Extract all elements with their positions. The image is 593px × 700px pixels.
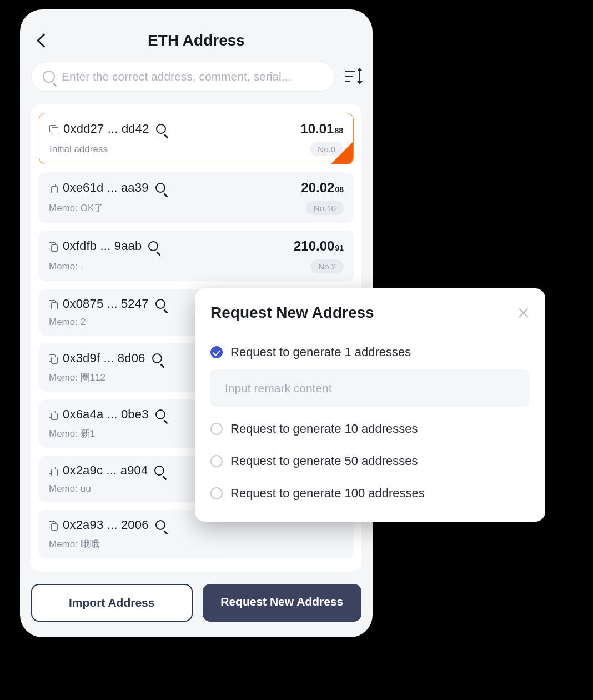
- copy-icon[interactable]: [49, 242, 57, 251]
- radio-label: Request to generate 1 addresses: [230, 345, 411, 359]
- address-text: 0x0875 ... 5247: [63, 297, 149, 311]
- memo-text: Memo: uu: [49, 483, 91, 494]
- serial-badge: No.0: [310, 142, 343, 156]
- page-title: ETH Address: [31, 32, 361, 49]
- address-text: 0x2a9c ... a904: [63, 463, 148, 478]
- radio-icon[interactable]: [210, 455, 223, 467]
- serial-badge: No.10: [306, 201, 344, 215]
- magnify-icon[interactable]: [155, 183, 165, 193]
- magnify-icon[interactable]: [152, 353, 162, 363]
- address-card[interactable]: 0xfdfb ... 9aab210.0091Memo: -No.2: [39, 231, 354, 281]
- bottom-bar: Import Address Request New Address: [31, 584, 361, 622]
- search-icon: [43, 71, 55, 83]
- memo-text: Memo: 哦哦: [49, 538, 99, 551]
- search-row: [31, 62, 361, 92]
- copy-icon[interactable]: [49, 300, 57, 308]
- memo-text: Memo: 2: [49, 317, 86, 328]
- sort-button[interactable]: [345, 68, 361, 85]
- radio-option[interactable]: Request to generate 50 addresses: [210, 445, 530, 477]
- radio-option[interactable]: Request to generate 100 addresses: [210, 477, 530, 509]
- copy-icon[interactable]: [49, 125, 58, 133]
- address-text: 0x2a93 ... 2006: [63, 518, 149, 532]
- radio-icon[interactable]: [210, 423, 223, 435]
- address-subrow: Memo: OK了No.10: [49, 201, 344, 215]
- memo-text: Initial address: [49, 144, 108, 155]
- address-text: 0xe61d ... aa39: [63, 181, 149, 195]
- radio-option[interactable]: Request to generate 1 addresses: [210, 336, 530, 368]
- magnify-icon[interactable]: [156, 124, 166, 134]
- serial-badge: No.2: [310, 259, 344, 273]
- address-row: 0xfdfb ... 9aab210.0091: [49, 238, 344, 254]
- radio-option[interactable]: Request to generate 10 addresses: [210, 413, 530, 445]
- address-subrow: Memo: -No.2: [49, 259, 344, 273]
- address-text: 0xdd27 ... dd42: [63, 122, 149, 136]
- memo-text: Memo: OK了: [49, 202, 103, 214]
- radio-icon[interactable]: [210, 487, 223, 499]
- copy-icon[interactable]: [49, 521, 57, 529]
- modal-header: Request New Address: [210, 304, 530, 322]
- request-address-modal: Request New Address Request to generate …: [195, 288, 545, 522]
- memo-text: Memo: 新1: [49, 427, 95, 440]
- import-address-button[interactable]: Import Address: [31, 584, 193, 622]
- address-card[interactable]: 0xdd27 ... dd4210.0188Initial addressNo.…: [39, 113, 354, 164]
- search-input[interactable]: [62, 70, 323, 83]
- radio-label: Request to generate 100 addresses: [230, 486, 425, 501]
- address-text: 0x3d9f ... 8d06: [63, 351, 145, 366]
- request-new-address-button[interactable]: Request New Address: [203, 584, 362, 622]
- address-row: 0xdd27 ... dd4210.0188: [49, 121, 343, 137]
- remark-input[interactable]: [210, 369, 530, 407]
- magnify-icon[interactable]: [155, 520, 165, 530]
- modal-title: Request New Address: [210, 304, 374, 322]
- copy-icon[interactable]: [49, 411, 57, 419]
- magnify-icon[interactable]: [154, 466, 164, 476]
- address-row: 0xe61d ... aa3920.0208: [49, 180, 344, 196]
- app-header: ETH Address: [31, 21, 361, 62]
- remark-input-wrap: [210, 369, 530, 407]
- close-icon[interactable]: [517, 307, 530, 319]
- copy-icon[interactable]: [49, 467, 57, 475]
- memo-text: Memo: -: [49, 261, 83, 272]
- magnify-icon[interactable]: [155, 409, 165, 419]
- radio-checked-icon[interactable]: [210, 346, 223, 358]
- radio-label: Request to generate 10 addresses: [230, 422, 418, 436]
- copy-icon[interactable]: [49, 354, 57, 363]
- memo-text: Memo: 圈112: [49, 371, 105, 384]
- address-subrow: Memo: 哦哦: [49, 538, 344, 551]
- copy-icon[interactable]: [49, 184, 57, 192]
- address-subrow: Initial addressNo.0: [49, 142, 343, 156]
- address-text: 0xfdfb ... 9aab: [63, 239, 142, 253]
- magnify-icon[interactable]: [155, 299, 165, 309]
- address-card[interactable]: 0xe61d ... aa3920.0208Memo: OK了No.10: [39, 172, 354, 223]
- radio-label: Request to generate 50 addresses: [230, 454, 418, 468]
- balance-value: 20.0208: [301, 180, 344, 196]
- address-text: 0x6a4a ... 0be3: [63, 407, 149, 422]
- magnify-icon[interactable]: [148, 241, 158, 251]
- search-box[interactable]: [31, 62, 335, 92]
- balance-value: 210.0091: [294, 238, 344, 254]
- balance-value: 10.0188: [300, 121, 343, 137]
